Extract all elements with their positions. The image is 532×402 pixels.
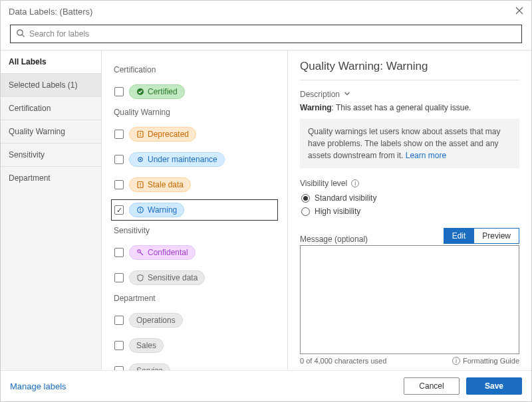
chevron-down-icon bbox=[344, 90, 350, 99]
radio-high-visibility[interactable]: High visibility bbox=[301, 207, 519, 216]
pill-label: Certified bbox=[148, 87, 178, 96]
svg-point-5 bbox=[140, 136, 141, 137]
checkbox[interactable] bbox=[114, 205, 124, 215]
divider bbox=[300, 80, 519, 80]
message-footer: 0 of 4,000 characters used i Formatting … bbox=[300, 357, 519, 365]
alert-icon bbox=[136, 206, 144, 214]
label-row-confidential[interactable]: Confidental bbox=[111, 242, 278, 263]
manage-labels-link[interactable]: Manage labels bbox=[10, 381, 66, 391]
pill-label: Stale data bbox=[148, 180, 184, 189]
learn-more-link[interactable]: Learn more bbox=[406, 151, 446, 160]
section-title-department: Department bbox=[114, 294, 278, 303]
radio-label: High visibility bbox=[315, 207, 360, 216]
pill-label: Warning bbox=[148, 205, 177, 215]
info-icon: i bbox=[452, 357, 460, 365]
char-count: 0 of 4,000 characters used bbox=[300, 357, 386, 365]
description-body: : This asset has a general quality issue… bbox=[332, 103, 471, 112]
checkbox[interactable] bbox=[114, 248, 124, 257]
svg-point-13 bbox=[140, 211, 141, 212]
message-textarea[interactable] bbox=[300, 245, 519, 354]
pill-service: Service bbox=[129, 363, 170, 370]
description-toggle-label: Description bbox=[300, 90, 340, 99]
search-area bbox=[1, 22, 531, 50]
description-label: Warning bbox=[300, 103, 332, 112]
pill-label: Operations bbox=[136, 316, 176, 325]
footer-buttons: Cancel Save bbox=[404, 377, 522, 395]
sidebar-item-all-labels[interactable]: All Labels bbox=[1, 50, 101, 74]
detail-title: Quality Warning: Warning bbox=[300, 60, 519, 73]
sidebar-item-department[interactable]: Department bbox=[1, 167, 101, 189]
visibility-label: Visibility level bbox=[300, 179, 347, 188]
tab-edit[interactable]: Edit bbox=[444, 228, 475, 244]
label-row-deprecated[interactable]: Deprecated bbox=[111, 124, 278, 145]
checkbox[interactable] bbox=[114, 341, 124, 350]
pill-sensitive-data: Sensitive data bbox=[129, 270, 205, 285]
sidebar: All Labels Selected Labels (1) Certifica… bbox=[1, 50, 102, 370]
gear-icon bbox=[136, 155, 144, 163]
titlebar: Data Labels: (Batters) bbox=[1, 1, 531, 22]
data-labels-dialog: Data Labels: (Batters) All Labels Select… bbox=[0, 0, 532, 402]
pill-label: Sales bbox=[136, 341, 156, 350]
dialog-title: Data Labels: (Batters) bbox=[9, 7, 92, 17]
message-header: Message (optional) Edit Preview bbox=[300, 228, 519, 244]
pill-label: Deprecated bbox=[148, 130, 189, 139]
message-tabs: Edit Preview bbox=[444, 228, 519, 244]
search-box[interactable] bbox=[10, 25, 522, 43]
cancel-button[interactable]: Cancel bbox=[404, 377, 460, 395]
label-row-sensitive-data[interactable]: Sensitive data bbox=[111, 267, 278, 288]
sidebar-item-certification[interactable]: Certification bbox=[1, 97, 101, 120]
checkbox[interactable] bbox=[114, 155, 124, 164]
label-row-operations[interactable]: Operations bbox=[111, 310, 278, 331]
label-row-sales[interactable]: Sales bbox=[111, 335, 278, 356]
label-row-under-maintenance[interactable]: Under maintenance bbox=[111, 149, 278, 170]
info-box: Quality warnings let users know about as… bbox=[300, 119, 519, 168]
key-icon bbox=[136, 249, 144, 256]
info-icon[interactable]: i bbox=[351, 179, 359, 187]
label-list: Certification Certified Quality Warning … bbox=[102, 50, 288, 370]
label-row-warning[interactable]: Warning bbox=[111, 199, 278, 221]
label-row-stale-data[interactable]: Stale data bbox=[111, 174, 278, 195]
label-row-certified[interactable]: Certified bbox=[111, 81, 278, 102]
body: All Labels Selected Labels (1) Certifica… bbox=[1, 50, 531, 370]
radio-standard-visibility[interactable]: Standard visibility bbox=[301, 193, 519, 203]
pill-operations: Operations bbox=[129, 313, 183, 328]
warn-doc-icon bbox=[136, 181, 144, 189]
checkbox[interactable] bbox=[114, 273, 124, 282]
sidebar-item-quality-warning[interactable]: Quality Warning bbox=[1, 120, 101, 144]
svg-point-0 bbox=[17, 29, 23, 35]
label-row-service[interactable]: Service bbox=[111, 360, 278, 370]
warn-doc-icon bbox=[136, 130, 144, 138]
radio[interactable] bbox=[301, 207, 310, 216]
search-input[interactable] bbox=[29, 29, 516, 39]
pill-label: Under maintenance bbox=[148, 155, 217, 164]
search-icon bbox=[16, 29, 25, 40]
radio[interactable] bbox=[301, 194, 310, 203]
section-title-certification: Certification bbox=[114, 65, 278, 74]
tab-preview[interactable]: Preview bbox=[474, 228, 519, 244]
svg-point-7 bbox=[140, 159, 141, 160]
footer: Manage labels Cancel Save bbox=[1, 370, 531, 401]
sidebar-item-selected-labels[interactable]: Selected Labels (1) bbox=[1, 74, 101, 97]
checkbox[interactable] bbox=[114, 316, 124, 325]
detail-panel: Quality Warning: Warning Description War… bbox=[288, 50, 531, 370]
svg-line-1 bbox=[22, 35, 24, 37]
section-title-sensitivity: Sensitivity bbox=[114, 226, 278, 235]
svg-point-10 bbox=[140, 186, 141, 187]
pill-label: Sensitive data bbox=[148, 273, 198, 282]
check-badge-icon bbox=[136, 88, 144, 96]
info-text: Quality warnings let users know about as… bbox=[308, 127, 500, 160]
svg-line-15 bbox=[140, 252, 144, 256]
checkbox[interactable] bbox=[114, 180, 124, 189]
formatting-guide-link[interactable]: i Formatting Guide bbox=[452, 357, 519, 365]
message-label: Message (optional) bbox=[300, 235, 368, 244]
pill-warning: Warning bbox=[129, 203, 184, 217]
pill-confidential: Confidental bbox=[129, 245, 196, 260]
pill-under-maintenance: Under maintenance bbox=[129, 152, 225, 167]
checkbox[interactable] bbox=[114, 130, 124, 139]
checkbox[interactable] bbox=[114, 87, 124, 96]
save-button[interactable]: Save bbox=[466, 377, 522, 395]
formatting-guide-label: Formatting Guide bbox=[463, 357, 519, 365]
sidebar-item-sensitivity[interactable]: Sensitivity bbox=[1, 144, 101, 167]
close-icon[interactable] bbox=[515, 6, 523, 17]
description-toggle[interactable]: Description bbox=[300, 90, 519, 99]
